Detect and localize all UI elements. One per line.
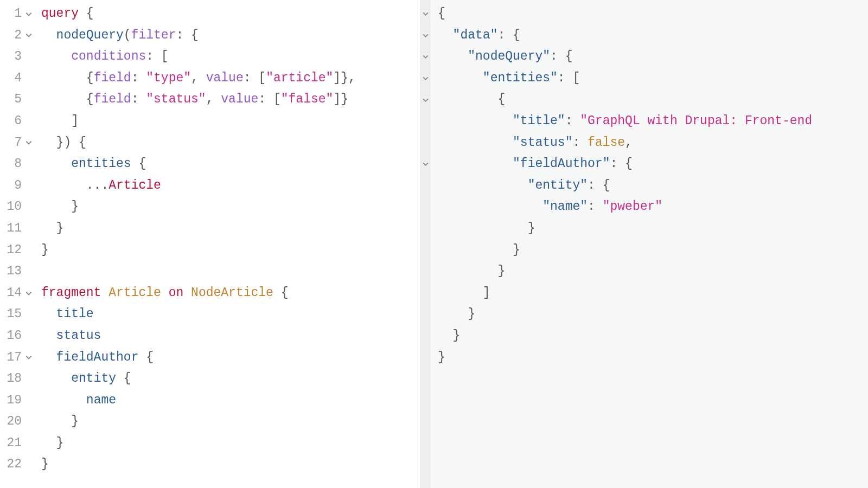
gutter-row: 13	[0, 261, 36, 282]
line-number: 20	[0, 411, 24, 433]
line-number: 16	[0, 325, 24, 347]
line-number: 3	[0, 46, 24, 68]
fold-slot	[24, 139, 34, 146]
gutter-row: 19	[0, 390, 36, 412]
line-number: 9	[0, 175, 24, 197]
gutter-row: 1	[0, 3, 36, 25]
pane-divider[interactable]	[420, 0, 430, 488]
gutter-row: 14	[0, 282, 36, 304]
fold-slot	[421, 304, 430, 325]
fold-slot	[421, 111, 430, 132]
gutter-row: 20	[0, 411, 36, 433]
fold-slot	[421, 325, 430, 347]
fold-slot	[24, 290, 34, 297]
gutter-row: 3	[0, 46, 36, 68]
fold-slot	[421, 25, 430, 47]
gutter-row: 21	[0, 433, 36, 454]
fold-caret-icon[interactable]	[423, 54, 429, 60]
fold-slot	[421, 175, 430, 197]
result-viewer[interactable]: { "data": { "nodeQuery": { "entities": […	[430, 0, 868, 488]
gutter-row: 6	[0, 111, 36, 132]
gutter-row: 7	[0, 132, 36, 154]
gutter-row: 18	[0, 368, 36, 390]
fold-slot	[421, 240, 430, 261]
graphiql-split: 12345678910111213141516171819202122 quer…	[0, 0, 868, 488]
fold-slot	[421, 347, 430, 369]
line-number: 19	[0, 390, 24, 412]
line-number: 14	[0, 282, 24, 304]
fold-slot	[24, 11, 34, 17]
gutter-row: 2	[0, 25, 36, 47]
fold-caret-icon[interactable]	[423, 97, 429, 103]
line-number: 8	[0, 153, 24, 175]
fold-slot	[421, 282, 430, 304]
line-number: 18	[0, 368, 24, 390]
gutter-row: 11	[0, 218, 36, 240]
line-number: 10	[0, 196, 24, 218]
gutter-row: 5	[0, 89, 36, 111]
fold-slot	[421, 89, 430, 111]
fold-caret-icon[interactable]	[423, 33, 429, 38]
fold-slot	[421, 218, 430, 240]
line-number: 5	[0, 89, 24, 111]
gutter-row: 10	[0, 196, 36, 218]
line-number: 15	[0, 304, 24, 325]
line-number: 13	[0, 261, 24, 282]
fold-slot	[24, 354, 34, 361]
fold-slot	[421, 132, 430, 154]
query-editor[interactable]: query { nodeQuery(filter: { conditions: …	[36, 0, 420, 488]
fold-caret-icon[interactable]	[25, 354, 32, 361]
line-number-gutter: 12345678910111213141516171819202122	[0, 0, 36, 488]
fold-slot	[421, 153, 430, 175]
query-editor-pane: 12345678910111213141516171819202122 quer…	[0, 0, 420, 488]
line-number: 2	[0, 25, 24, 47]
gutter-row: 8	[0, 153, 36, 175]
gutter-row: 22	[0, 454, 36, 476]
line-number: 6	[0, 111, 24, 132]
gutter-row: 12	[0, 240, 36, 261]
fold-slot	[24, 32, 34, 38]
line-number: 11	[0, 218, 24, 240]
fold-slot	[421, 68, 430, 89]
fold-slot	[421, 196, 430, 218]
fold-caret-icon[interactable]	[25, 11, 32, 17]
line-number: 21	[0, 433, 24, 454]
line-number: 17	[0, 347, 24, 369]
line-number: 22	[0, 454, 24, 476]
fold-slot	[421, 3, 430, 25]
gutter-row: 16	[0, 325, 36, 347]
fold-caret-icon[interactable]	[423, 11, 429, 17]
fold-caret-icon[interactable]	[25, 290, 32, 297]
gutter-row: 17	[0, 347, 36, 369]
fold-caret-icon[interactable]	[25, 32, 32, 38]
gutter-row: 15	[0, 304, 36, 325]
gutter-row: 9	[0, 175, 36, 197]
fold-slot	[421, 261, 430, 282]
fold-caret-icon[interactable]	[423, 161, 429, 167]
line-number: 7	[0, 132, 24, 154]
fold-caret-icon[interactable]	[25, 139, 32, 146]
gutter-row: 4	[0, 68, 36, 89]
line-number: 4	[0, 68, 24, 89]
fold-caret-icon[interactable]	[423, 75, 429, 81]
line-number: 1	[0, 3, 24, 25]
fold-slot	[421, 46, 430, 68]
line-number: 12	[0, 240, 24, 261]
